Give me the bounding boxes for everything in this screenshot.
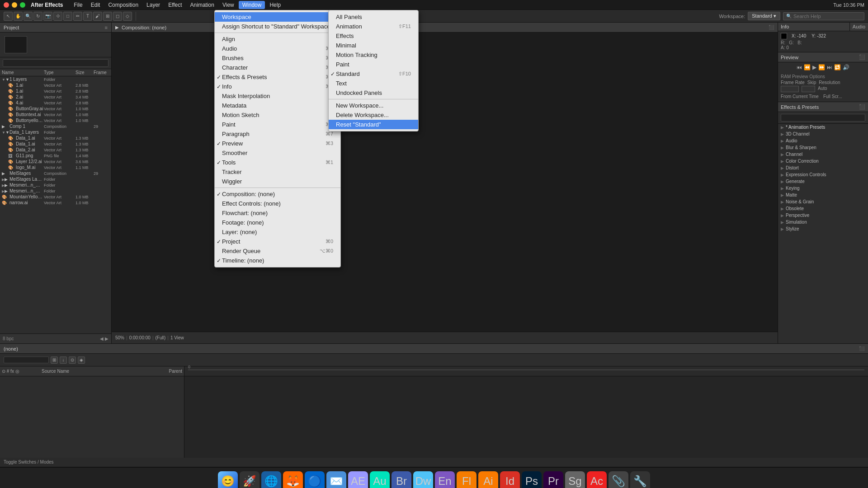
preview-to-start[interactable]: ⏮ <box>797 64 802 70</box>
effects-item-blur-sharpen[interactable]: ▶ Blur & Sharpen <box>778 144 868 151</box>
tool-pan[interactable]: ☩ <box>53 12 62 21</box>
list-item[interactable]: 🎨 MountainYellow.ai Vector Art 1.0 MB <box>0 194 111 200</box>
dock-acrobat[interactable]: Ac <box>587 471 607 488</box>
dock-misc1[interactable]: 📎 <box>609 471 628 488</box>
menu-item-project[interactable]: Project ⌘0 <box>215 237 340 246</box>
effects-item-simulation[interactable]: ▶ Simulation <box>778 219 868 225</box>
menu-item-metadata[interactable]: Metadata <box>215 101 340 110</box>
timeline-menu[interactable]: ⬛ <box>859 346 864 351</box>
menu-item-wiggler[interactable]: Wiggler <box>215 177 340 186</box>
dock-misc2[interactable]: 🔧 <box>630 471 650 488</box>
list-item[interactable]: 🎨 2.ai Vector Art 3.4 MB <box>0 94 111 100</box>
tool-puppet[interactable]: ◇ <box>123 12 132 21</box>
menu-help[interactable]: Help <box>266 1 284 9</box>
dock-audition[interactable]: Au <box>370 471 390 488</box>
menu-item-workspace[interactable]: Workspace ▶ <box>215 12 340 22</box>
menu-animation[interactable]: Animation <box>187 1 218 9</box>
menu-item-align[interactable]: Align <box>215 34 340 44</box>
tool-zoom[interactable]: 🔍 <box>24 12 33 21</box>
list-item[interactable]: 🎨 narrow.ai Vector Art 1.0 MB <box>0 200 111 206</box>
list-item[interactable]: ▶ Comp 1 Composition 29 <box>0 123 111 129</box>
tool-select[interactable]: ↖ <box>4 12 13 21</box>
menu-item-smoother[interactable]: Smoother <box>215 148 340 158</box>
menu-item-effect-controls[interactable]: Effect Controls: (none) <box>215 199 340 208</box>
effects-panel-menu[interactable]: ⬛ <box>859 104 865 110</box>
tool-hand[interactable]: ✋ <box>14 12 23 21</box>
menu-item-motion-sketch[interactable]: Motion Sketch <box>215 110 340 120</box>
list-item[interactable]: ▶ Mesmeri...n_Movie Folder <box>0 188 111 194</box>
menu-item-character[interactable]: Character ⌘6 <box>215 63 340 72</box>
effects-item-distort[interactable]: ▶ Distort <box>778 164 868 171</box>
tl-btn-3[interactable]: ⊙ <box>69 357 76 364</box>
menu-view[interactable]: View <box>219 1 238 9</box>
minimize-button[interactable] <box>12 2 17 8</box>
menu-window[interactable]: Window <box>239 1 265 9</box>
menu-composition[interactable]: Composition <box>104 1 142 9</box>
menu-edit[interactable]: Edit <box>87 1 104 9</box>
effects-item-matte[interactable]: ▶ Matte <box>778 192 868 198</box>
effects-item-keying[interactable]: ▶ Keying <box>778 185 868 192</box>
tool-pen[interactable]: ✏ <box>73 12 82 21</box>
menu-item-render-queue[interactable]: Render Queue ⌥⌘0 <box>215 246 340 256</box>
list-item[interactable]: 🎨 Buttonyellow.ai Vector Art 1.0 MB <box>0 117 111 123</box>
list-item[interactable]: 🎨 logo_M.ai Vector Art 1.1 MB <box>0 164 111 170</box>
tool-camera[interactable]: 📷 <box>43 12 52 21</box>
list-item[interactable]: ▶ MelStages Layers Folder <box>0 176 111 182</box>
preview-step-forward[interactable]: ⏩ <box>818 64 825 70</box>
list-item[interactable]: 🎨 Data_2.ai Vector Art 1.3 MB <box>0 147 111 153</box>
menu-item-tracker[interactable]: Tracker <box>215 167 340 177</box>
menu-item-brushes[interactable]: Brushes ⌘9 <box>215 53 340 63</box>
preview-to-end[interactable]: ⏭ <box>827 64 832 70</box>
preview-audio[interactable]: 🔊 <box>843 64 849 70</box>
dock-bridge[interactable]: Br <box>392 471 411 488</box>
skip-slider[interactable] <box>802 86 815 92</box>
list-item[interactable]: 🎨 Data_1.ai Vector Art 1.3 MB <box>0 141 111 147</box>
close-button[interactable] <box>4 2 9 8</box>
menu-item-paragraph[interactable]: Paragraph ⌘7 <box>215 129 340 139</box>
dock-globe[interactable]: 🌐 <box>261 471 281 488</box>
list-item[interactable]: 🎨 Buttontext.ai Vector Art 1.0 MB <box>0 112 111 117</box>
search-help-input[interactable] <box>793 14 861 19</box>
menu-item-assign-shortcut[interactable]: Assign Shortcut to "Standard" Workspace … <box>215 22 340 31</box>
workspace-item-motion-tracking[interactable]: Motion Tracking <box>329 50 418 60</box>
menu-item-composition[interactable]: Composition: (none) <box>215 189 340 199</box>
menu-item-effects-presets[interactable]: Effects & Presets ⌘5 <box>215 72 340 82</box>
dock-illustrator[interactable]: Ai <box>478 471 498 488</box>
menu-item-flowchart[interactable]: Flowchart: (none) <box>215 208 340 218</box>
preview-loop[interactable]: 🔁 <box>834 64 841 70</box>
dock-photoshop[interactable]: Ps <box>522 471 542 488</box>
timeline-search-input[interactable] <box>4 357 49 363</box>
list-item[interactable]: 🎨 ButtonGray.ai Vector Art 1.0 MB <box>0 106 111 112</box>
effects-item-stylize[interactable]: ▶ Stylize <box>778 225 868 232</box>
dock-indesign[interactable]: Id <box>500 471 520 488</box>
dock-speedgrade[interactable]: Sg <box>565 471 585 488</box>
frame-rate-slider[interactable] <box>781 86 799 92</box>
dock-firefox[interactable]: 🦊 <box>283 471 303 488</box>
fullscreen-button[interactable] <box>20 2 25 8</box>
dock-launchpad[interactable]: 🚀 <box>240 471 259 488</box>
menu-item-preview[interactable]: Preview ⌘3 <box>215 139 340 148</box>
menu-item-mask-interpolation[interactable]: Mask Interpolation <box>215 91 340 101</box>
workspace-item-paint[interactable]: Paint <box>329 60 418 69</box>
tool-rotate[interactable]: ↻ <box>33 12 42 21</box>
menu-item-timeline[interactable]: Timeline: (none) <box>215 256 340 265</box>
effects-item-animation-presets[interactable]: ▶ * Animation Presets <box>778 124 868 131</box>
workspace-item-delete[interactable]: Delete Workspace... <box>329 110 418 120</box>
effects-item-channel[interactable]: ▶ Channel <box>778 151 868 158</box>
menu-effect[interactable]: Effect <box>165 1 185 9</box>
dock-ie[interactable]: 🔵 <box>305 471 325 488</box>
effects-item-expression-controls[interactable]: ▶ Expression Controls <box>778 171 868 178</box>
effects-item-perspective[interactable]: ▶ Perspective <box>778 212 868 219</box>
tool-brush[interactable]: 🖌 <box>93 12 102 21</box>
workspace-item-effects[interactable]: Effects <box>329 31 418 41</box>
effects-item-audio[interactable]: ▶ Audio <box>778 137 868 144</box>
project-panel-menu[interactable]: ≡ <box>105 25 108 30</box>
search-help-field[interactable]: 🔍 <box>783 12 864 20</box>
project-search-input[interactable] <box>3 59 108 67</box>
effects-search-input[interactable] <box>781 114 865 122</box>
list-item[interactable]: ▶ MelStages Composition 29 <box>0 170 111 176</box>
list-item[interactable]: 🎨 1.ai Vector Art 2.8 MB <box>0 82 111 88</box>
tool-eraser[interactable]: ◻ <box>113 12 122 21</box>
workspace-item-standard[interactable]: Standard ⇧F10 <box>329 69 418 79</box>
list-item[interactable]: 🎨 4.ai Vector Art 2.8 MB <box>0 100 111 106</box>
